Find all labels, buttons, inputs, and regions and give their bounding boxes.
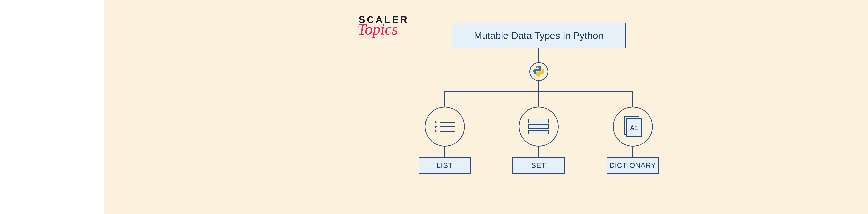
- list-icon: [435, 119, 455, 135]
- leaf-text: LIST: [437, 161, 453, 170]
- leaf-label-dictionary: DICTIONARY: [607, 157, 659, 174]
- connector-line: [538, 147, 539, 157]
- canvas: SCALER Topics Mutable Data Types in Pyth…: [104, 0, 868, 214]
- dictionary-node: Aa: [613, 107, 653, 147]
- dictionary-icon: Aa: [624, 116, 642, 137]
- connector-line: [538, 48, 539, 64]
- leaf-text: DICTIONARY: [609, 161, 656, 170]
- python-logo-icon: [533, 66, 544, 77]
- python-logo-node: [529, 62, 548, 81]
- set-node: [519, 107, 559, 147]
- leaf-label-list: LIST: [418, 157, 471, 174]
- diagram-container: Mutable Data Types in Python: [427, 23, 646, 196]
- connector-line: [538, 81, 539, 92]
- connector-line: [444, 147, 445, 157]
- dictionary-glyph: Aa: [626, 118, 642, 137]
- diagram-title-box: Mutable Data Types in Python: [452, 23, 626, 48]
- leaf-label-set: SET: [513, 157, 565, 174]
- list-node: [425, 107, 465, 147]
- set-icon: [528, 118, 549, 136]
- connector-line: [632, 92, 633, 107]
- scaler-topics-logo: SCALER Topics: [359, 14, 418, 38]
- connector-line: [632, 147, 633, 157]
- leaf-text: SET: [531, 161, 546, 170]
- connector-line: [538, 92, 539, 107]
- connector-line: [444, 92, 445, 107]
- diagram-title: Mutable Data Types in Python: [474, 30, 603, 41]
